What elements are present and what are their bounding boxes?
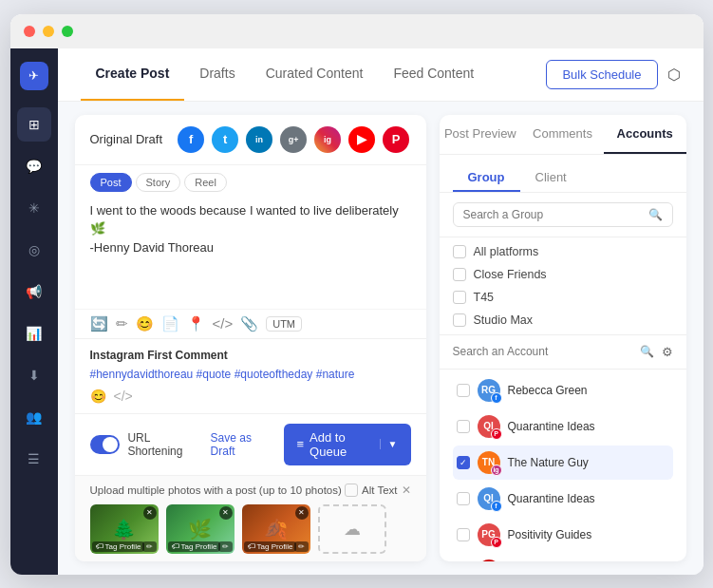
account-item-quarantine-ideas-1[interactable]: QI P Quarantine Ideas — [453, 409, 673, 444]
logo-icon: ✈ — [28, 68, 39, 83]
minimize-button[interactable] — [43, 26, 54, 37]
export-icon[interactable]: ⬡ — [667, 66, 681, 84]
search-group-input[interactable] — [463, 208, 643, 221]
photo-1[interactable]: 🌲 ✕ 🏷 Tag Profile ✏ — [90, 504, 159, 554]
account-item-nature-guy[interactable]: ✓ TN ig The Nature Guy — [453, 446, 673, 480]
attachment-icon[interactable]: 📎 — [240, 315, 258, 332]
tab-post-preview[interactable]: Post Preview — [440, 115, 522, 154]
maximize-button[interactable] — [62, 26, 73, 37]
tab-feed-content[interactable]: Feed Content — [378, 48, 489, 102]
photo-1-remove[interactable]: ✕ — [143, 506, 157, 520]
tab-create-post[interactable]: Create Post — [81, 48, 185, 102]
tab-accounts[interactable]: Accounts — [604, 115, 686, 154]
account-search-field[interactable] — [453, 345, 634, 358]
sidebar-item-download[interactable]: ⬇ — [17, 358, 51, 392]
tab-client[interactable]: Client — [520, 164, 582, 192]
group-checkbox-all[interactable] — [453, 245, 466, 258]
photo-1-edit[interactable]: ✏ — [142, 541, 157, 552]
post-type-post[interactable]: Post — [90, 173, 132, 192]
save-draft-button[interactable]: Save as Draft — [211, 431, 272, 458]
sidebar-item-network[interactable]: ✳ — [17, 191, 51, 225]
account-search-input[interactable]: 🔍 — [453, 345, 654, 358]
queue-dropdown-arrow[interactable]: ▼ — [380, 439, 398, 449]
account-checkbox-positivity[interactable] — [457, 528, 470, 541]
account-item-positivity-guides[interactable]: PG P Positivity Guides — [453, 518, 673, 552]
post-text-area[interactable]: I went to the woods because I wanted to … — [75, 192, 426, 309]
photo-2-tag: 🏷 Tag Profile — [168, 541, 221, 552]
group-item-studio-max[interactable]: Studio Max — [453, 313, 673, 327]
account-name-positivity: Positivity Guides — [508, 528, 669, 541]
account-checkbox-quarantine1[interactable] — [457, 420, 470, 433]
comment-code-icon[interactable]: </> — [114, 389, 133, 404]
youtube-platform-icon[interactable]: ▶ — [348, 126, 375, 153]
account-checkbox-nature-guy[interactable]: ✓ — [457, 456, 470, 469]
alt-text-toggle[interactable]: Alt Text ✕ — [345, 484, 411, 497]
code-icon[interactable]: </> — [213, 315, 234, 332]
photo-3-remove[interactable]: ✕ — [295, 506, 309, 520]
group-item-t45[interactable]: T45 — [453, 291, 673, 304]
sidebar-item-broadcast[interactable]: 📢 — [17, 275, 51, 309]
nav-right: Bulk Schedule ⬡ — [546, 60, 680, 89]
close-button[interactable] — [24, 26, 35, 37]
sidebar-item-dashboard[interactable]: ⊞ — [17, 107, 51, 142]
facebook-platform-icon[interactable]: f — [178, 126, 204, 153]
post-type-story[interactable]: Story — [136, 173, 181, 192]
sidebar-item-analytics[interactable]: 📊 — [17, 316, 51, 351]
search-group-icon: 🔍 — [648, 208, 663, 221]
account-name-quarantine2: Quarantine Ideas — [508, 492, 669, 505]
sidebar-item-menu[interactable]: ☰ — [17, 442, 51, 476]
emoji-icon[interactable]: 😊 — [136, 315, 154, 332]
account-avatar-basketball: TB ▶ — [478, 560, 500, 561]
sidebar-item-chat[interactable]: 💬 — [17, 149, 51, 183]
group-item-all-platforms[interactable]: All platforms — [453, 245, 673, 258]
pinterest-platform-icon[interactable]: P — [383, 126, 409, 153]
linkedin-platform-icon[interactable]: in — [246, 126, 272, 153]
group-checkbox-t45[interactable] — [453, 291, 466, 304]
group-checkbox-studio-max[interactable] — [453, 313, 466, 327]
url-shortening-switch[interactable] — [90, 435, 121, 454]
instagram-platform-icon[interactable]: ig — [314, 126, 341, 153]
account-item-rebecca-green[interactable]: RG f Rebecca Green — [453, 373, 673, 408]
group-checkbox-close-friends[interactable] — [453, 268, 466, 281]
top-nav: Create Post Drafts Curated Content Feed … — [58, 48, 704, 102]
location-icon[interactable]: 📍 — [187, 315, 205, 332]
account-checkbox-quarantine2[interactable] — [457, 492, 470, 505]
file-icon[interactable]: 📄 — [161, 315, 179, 332]
bulk-schedule-button[interactable]: Bulk Schedule — [546, 60, 657, 89]
twitter-platform-icon[interactable]: t — [212, 126, 238, 153]
main-window: ✈ ⊞ 💬 ✳ ◎ 📢 📊 ⬇ 👥 ☰ Create Post Drafts C… — [10, 14, 704, 575]
comment-emoji-icon[interactable]: 😊 — [90, 389, 106, 404]
filter-icon[interactable]: ⚙ — [662, 345, 673, 359]
account-item-quarantine-ideas-2[interactable]: QI f Quarantine Ideas — [453, 482, 673, 516]
photo-upload-button[interactable]: ☁ — [318, 504, 386, 554]
comment-section: Instagram First Comment #hennydavidthore… — [75, 338, 426, 413]
main-content: Create Post Drafts Curated Content Feed … — [58, 48, 704, 575]
group-item-close-friends[interactable]: Close Friends — [453, 268, 673, 281]
app-layout: ✈ ⊞ 💬 ✳ ◎ 📢 📊 ⬇ 👥 ☰ Create Post Drafts C… — [10, 48, 704, 575]
sidebar-item-target[interactable]: ◎ — [17, 233, 51, 267]
sidebar-logo[interactable]: ✈ — [20, 62, 48, 90]
account-item-basketball-guy[interactable]: TB ▶ The Basketball Guy — [453, 554, 673, 561]
sidebar: ✈ ⊞ 💬 ✳ ◎ 📢 📊 ⬇ 👥 ☰ — [10, 48, 58, 575]
photo-2-edit[interactable]: ✏ — [218, 541, 233, 552]
right-tabs: Post Preview Comments Accounts — [440, 115, 686, 155]
photo-2-remove[interactable]: ✕ — [219, 506, 233, 520]
photo-3[interactable]: 🍂 ✕ 🏷 Tag Profile ✏ — [242, 504, 310, 554]
tab-drafts[interactable]: Drafts — [184, 48, 250, 102]
utm-button[interactable]: UTM — [266, 316, 302, 332]
sidebar-item-team[interactable]: 👥 — [17, 400, 51, 434]
alt-text-checkbox[interactable] — [345, 484, 358, 497]
tab-curated-content[interactable]: Curated Content — [251, 48, 379, 102]
tab-group[interactable]: Group — [453, 164, 520, 192]
search-group-box[interactable]: 🔍 — [453, 202, 673, 227]
edit-icon[interactable]: ✏ — [116, 315, 128, 332]
alt-text-close-icon[interactable]: ✕ — [402, 484, 411, 497]
post-type-reel[interactable]: Reel — [184, 173, 227, 192]
photo-3-edit[interactable]: ✏ — [294, 541, 309, 552]
google-platform-icon[interactable]: g+ — [280, 126, 307, 153]
recycle-icon[interactable]: 🔄 — [90, 315, 108, 332]
account-checkbox-rebecca[interactable] — [457, 384, 470, 397]
add-to-queue-button[interactable]: ≡ Add to Queue ▼ — [284, 424, 411, 465]
photo-2[interactable]: 🌿 ✕ 🏷 Tag Profile ✏ — [166, 504, 235, 554]
tab-comments[interactable]: Comments — [521, 115, 604, 154]
